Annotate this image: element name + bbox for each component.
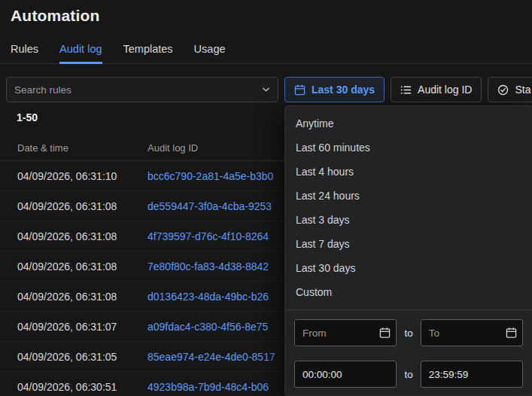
- search-select[interactable]: [6, 77, 278, 102]
- tab-bar: Rules Audit log Templates Usage: [0, 43, 532, 64]
- custom-range-section: to to: [285, 309, 532, 396]
- time-range-button-label: Last 30 days: [312, 84, 375, 96]
- time-option-anytime[interactable]: Anytime: [285, 111, 532, 136]
- time-option-last-24-hours[interactable]: Last 24 hours: [285, 184, 532, 208]
- automation-page: Automation Rules Audit log Templates Usa…: [0, 6, 532, 396]
- date-range-row: to: [294, 319, 523, 346]
- status-filter-button[interactable]: Sta: [488, 77, 532, 102]
- audit-log-id-link[interactable]: 7e80f80c-fa83-4d38-8842: [147, 260, 269, 273]
- time-range-row: to: [294, 361, 523, 388]
- time-range-button[interactable]: Last 30 days: [284, 77, 385, 102]
- cell-datetime: 04/09/2026, 06:31:05: [17, 351, 147, 363]
- audit-log-id-link[interactable]: d0136423-48da-49bc-b26: [147, 291, 269, 303]
- cell-datetime: 04/09/2026, 06:31:10: [17, 170, 147, 182]
- time-range-options: Anytime Last 60 minutes Last 4 hours Las…: [285, 106, 532, 309]
- time-option-last-3-days[interactable]: Last 3 days: [285, 208, 532, 232]
- list-icon: [400, 84, 412, 96]
- cell-datetime: 04/09/2026, 06:31:08: [17, 260, 147, 273]
- audit-log-id-link[interactable]: de559447-3f0a-4cba-9253: [147, 200, 272, 212]
- check-circle-icon: [497, 84, 509, 96]
- tab-audit-log[interactable]: Audit log: [59, 43, 102, 64]
- audit-log-id-link[interactable]: 4923b98a-7b9d-48c4-b06: [147, 381, 269, 393]
- status-filter-label: Sta: [515, 84, 530, 96]
- audit-log-id-filter-button[interactable]: Audit log ID: [391, 77, 482, 102]
- audit-log-id-filter-label: Audit log ID: [418, 84, 472, 96]
- calendar-icon[interactable]: [379, 327, 391, 339]
- audit-log-id-link[interactable]: 85eae974-e24e-4de0-8517: [147, 351, 275, 363]
- cell-datetime: 04/09/2026, 06:31:08: [17, 230, 147, 242]
- audit-log-id-link[interactable]: bcc6c790-2a81-4a5e-b3b0: [147, 170, 273, 182]
- tab-usage[interactable]: Usage: [194, 43, 226, 64]
- audit-log-id-link[interactable]: a09fdac4-c380-4f56-8e75: [147, 321, 268, 333]
- cell-datetime: 04/09/2026, 06:31:07: [17, 321, 147, 333]
- time-option-last-30-days[interactable]: Last 30 days: [285, 256, 532, 280]
- calendar-icon: [294, 84, 306, 96]
- range-separator-label: to: [404, 327, 412, 339]
- time-option-last-60-minutes[interactable]: Last 60 minutes: [285, 136, 532, 160]
- time-option-last-4-hours[interactable]: Last 4 hours: [285, 160, 532, 184]
- time-range-dropdown: Anytime Last 60 minutes Last 4 hours Las…: [284, 105, 532, 396]
- date-from-field: [294, 319, 397, 346]
- audit-log-id-link[interactable]: 4f739597-d76c-4f10-8264: [147, 230, 269, 242]
- time-from-input[interactable]: [294, 361, 397, 388]
- time-from-field: [294, 361, 397, 388]
- range-separator-label: to: [404, 369, 412, 380]
- cell-datetime: 04/09/2026, 06:31:08: [17, 291, 147, 303]
- tab-rules[interactable]: Rules: [11, 43, 38, 64]
- cell-datetime: 04/09/2026, 06:30:51: [17, 381, 147, 393]
- cell-datetime: 04/09/2026, 06:31:08: [17, 200, 147, 212]
- calendar-icon[interactable]: [506, 327, 517, 339]
- time-option-custom[interactable]: Custom: [285, 280, 532, 304]
- chevron-down-icon: [262, 86, 270, 94]
- tab-templates[interactable]: Templates: [123, 43, 173, 64]
- date-to-field: [421, 319, 523, 346]
- column-header-date-time[interactable]: Date & time: [17, 142, 147, 154]
- filters-toolbar: Last 30 days Audit log ID Sta: [6, 77, 532, 102]
- time-to-input[interactable]: [421, 361, 523, 388]
- time-to-field: [421, 361, 523, 388]
- time-option-last-7-days[interactable]: Last 7 days: [285, 232, 532, 256]
- page-title: Automation: [11, 6, 532, 26]
- search-input[interactable]: [7, 78, 278, 102]
